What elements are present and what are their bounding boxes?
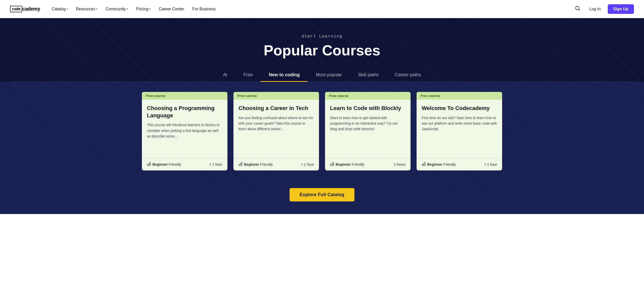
bar-chart-icon xyxy=(147,162,151,167)
tabs-row: AI Free New to coding Most popular Skill… xyxy=(10,69,634,82)
tab-free[interactable]: Free xyxy=(235,69,261,82)
card-badge: Free course xyxy=(325,92,411,100)
login-button[interactable]: Log In xyxy=(586,5,603,13)
nav-right: Log In Sign Up xyxy=(573,4,634,14)
chevron-down-icon: ▾ xyxy=(149,8,151,10)
svg-rect-9 xyxy=(332,163,333,166)
signup-button[interactable]: Sign Up xyxy=(608,4,634,14)
svg-rect-2 xyxy=(147,164,148,166)
svg-rect-12 xyxy=(423,163,424,166)
card-footer: Beginner Friendly < 1 hour xyxy=(417,158,502,170)
chevron-down-icon: ▾ xyxy=(96,8,97,10)
courses-grid: Free course Choosing a Programming Langu… xyxy=(0,82,644,186)
card-duration: < 1 hour xyxy=(301,162,314,166)
course-card[interactable]: Free course Learn to Code with Blockly W… xyxy=(325,92,411,170)
card-body: Choosing a Programming Language This cou… xyxy=(142,100,227,154)
hero-title: Popular Courses xyxy=(10,42,634,59)
card-duration: 2 hours xyxy=(394,162,406,166)
card-title: Learn to Code with Blockly xyxy=(330,105,406,112)
logo-cademy: cademy xyxy=(22,6,40,12)
nav-career-center[interactable]: Career Center xyxy=(155,5,188,13)
nav-pricing[interactable]: Pricing ▾ xyxy=(133,5,154,13)
svg-rect-11 xyxy=(422,164,423,166)
card-description: Are you feeling confused about where to … xyxy=(238,115,314,132)
explore-section: Explore Full Catalog xyxy=(0,186,644,214)
hero-subtitle: Start Learning xyxy=(10,34,634,39)
card-title: Choosing a Career in Tech xyxy=(238,105,314,112)
bar-chart-icon xyxy=(238,162,243,167)
card-level: Beginner Friendly xyxy=(422,162,456,167)
tab-ai[interactable]: AI xyxy=(215,69,235,82)
nav-community[interactable]: Community ▾ xyxy=(102,5,132,13)
explore-catalog-button[interactable]: Explore Full Catalog xyxy=(290,188,354,201)
card-level: Beginner Friendly xyxy=(147,162,181,167)
card-footer: Beginner Friendly 2 hours xyxy=(325,158,411,170)
search-icon xyxy=(575,6,580,11)
card-description: First time on our site? Start here to le… xyxy=(422,115,497,132)
bar-chart-icon xyxy=(422,162,426,167)
card-body: Choosing a Career in Tech Are you feelin… xyxy=(233,100,319,154)
card-description: This course will introduce learners to f… xyxy=(147,122,222,139)
card-body: Welcome To Codecademy First time on our … xyxy=(417,100,502,154)
card-level: Beginner Friendly xyxy=(238,162,273,167)
course-card[interactable]: Free course Choosing a Career in Tech Ar… xyxy=(233,92,319,170)
logo[interactable]: codecademy xyxy=(10,6,40,12)
svg-rect-3 xyxy=(149,163,149,166)
navbar: codecademy Catalog ▾ Resources ▾ Communi… xyxy=(0,0,644,18)
card-title: Choosing a Programming Language xyxy=(147,105,222,119)
card-description: Want to learn how to get started with pr… xyxy=(330,115,406,132)
search-button[interactable] xyxy=(573,4,582,14)
card-duration: < 1 hour xyxy=(209,162,222,166)
course-card[interactable]: Free course Welcome To Codecademy First … xyxy=(417,92,502,170)
card-duration: < 1 hour xyxy=(484,162,497,166)
svg-rect-13 xyxy=(425,162,425,166)
tab-most-popular[interactable]: Most popular xyxy=(308,69,350,82)
nav-links: Catalog ▾ Resources ▾ Community ▾ Pricin… xyxy=(48,5,573,13)
card-body: Learn to Code with Blockly Want to learn… xyxy=(325,100,411,154)
card-level: Beginner Friendly xyxy=(330,162,364,167)
card-title: Welcome To Codecademy xyxy=(422,105,497,112)
chevron-down-icon: ▾ xyxy=(127,8,128,10)
svg-line-1 xyxy=(579,9,580,10)
chevron-down-icon: ▾ xyxy=(67,8,68,10)
tab-career-paths[interactable]: Career paths xyxy=(387,69,429,82)
tab-skill-paths[interactable]: Skill paths xyxy=(350,69,387,82)
svg-rect-8 xyxy=(330,164,331,166)
card-badge: Free course xyxy=(417,92,502,100)
course-card[interactable]: Free course Choosing a Programming Langu… xyxy=(142,92,227,170)
card-footer: Beginner Friendly < 1 hour xyxy=(142,158,227,170)
nav-for-business[interactable]: For Business xyxy=(189,5,219,13)
hero-section: Start Learning Popular Courses AI Free N… xyxy=(0,18,644,82)
card-badge: Free course xyxy=(233,92,319,100)
svg-rect-10 xyxy=(333,162,334,166)
card-footer: Beginner Friendly < 1 hour xyxy=(233,158,319,170)
nav-resources[interactable]: Resources ▾ xyxy=(72,5,101,13)
tab-new-to-coding[interactable]: New to coding xyxy=(261,69,308,82)
svg-rect-6 xyxy=(240,163,241,166)
nav-catalog[interactable]: Catalog ▾ xyxy=(48,5,71,13)
svg-rect-4 xyxy=(150,162,151,166)
svg-rect-7 xyxy=(242,162,242,166)
bar-chart-icon xyxy=(330,162,334,167)
logo-code: code xyxy=(10,6,22,12)
card-badge: Free course xyxy=(142,92,227,100)
svg-rect-5 xyxy=(239,164,239,166)
